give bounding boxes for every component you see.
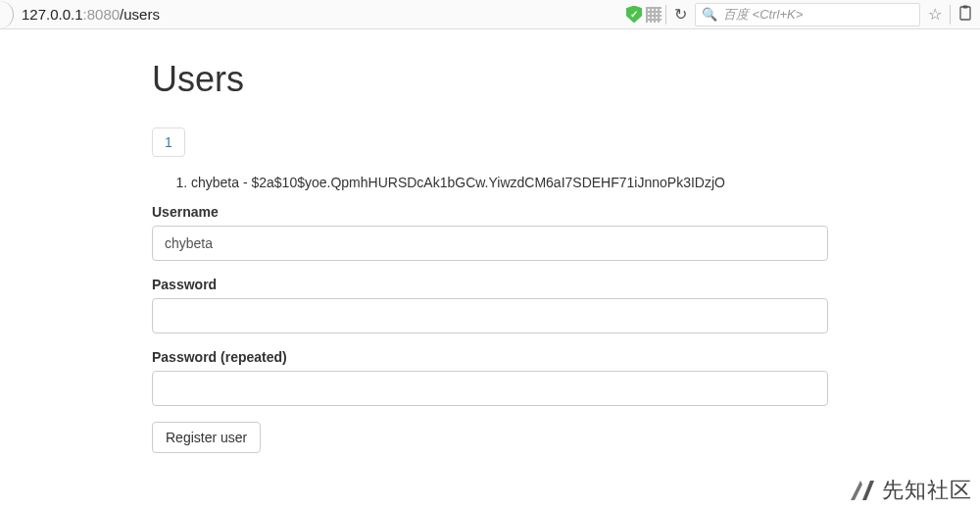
svg-marker-2 [851,481,862,500]
bookmark-star-icon[interactable]: ☆ [924,5,946,24]
search-box[interactable]: 🔍 百度 <Ctrl+K> [695,3,920,26]
username-label: Username [152,204,828,220]
watermark: 先知社区 [849,476,972,505]
password-label: Password [152,277,828,292]
watermark-text: 先知社区 [882,476,972,505]
svg-marker-3 [862,481,874,500]
svg-rect-1 [963,5,968,8]
user-list: chybeta - $2a$10$yoe.QpmhHURSDcAk1bGCw.Y… [191,175,828,190]
shield-icon[interactable] [626,6,642,24]
username-input[interactable] [152,226,828,261]
toolbar-divider [665,5,666,25]
watermark-logo-icon [849,477,876,504]
search-icon: 🔍 [702,7,717,22]
password-repeated-input[interactable] [152,371,828,406]
reload-icon[interactable]: ↻ [670,5,691,24]
url-bar[interactable]: 127.0.0.1:8080/users [18,3,622,26]
toolbar-divider-2 [950,5,951,25]
register-user-button[interactable]: Register user [152,422,261,453]
identity-arc-icon [0,1,14,28]
password-input[interactable] [152,298,828,333]
search-placeholder: 百度 <Ctrl+K> [723,6,913,24]
form-group-password-repeated: Password (repeated) [152,349,828,406]
user-list-item: chybeta - $2a$10$yoe.QpmhHURSDcAk1bGCw.Y… [191,175,828,190]
browser-toolbar: 127.0.0.1:8080/users ↻ 🔍 百度 <Ctrl+K> ☆ [0,0,980,29]
url-path: /users [120,6,160,23]
page-container: Users 1 chybeta - $2a$10$yoe.QpmhHURSDcA… [137,29,843,453]
pagination: 1 [152,128,185,157]
url-host: 127.0.0.1 [18,6,83,23]
password-repeated-label: Password (repeated) [152,349,828,365]
page-title: Users [152,59,828,100]
url-port: :8080 [83,6,121,23]
clipboard-icon[interactable] [955,5,976,25]
form-group-username: Username [152,204,828,261]
url-input-spacer[interactable] [160,3,622,26]
form-group-password: Password [152,277,828,333]
svg-rect-0 [960,7,970,20]
pagination-page-1[interactable]: 1 [153,128,184,156]
qr-icon[interactable] [646,7,662,23]
